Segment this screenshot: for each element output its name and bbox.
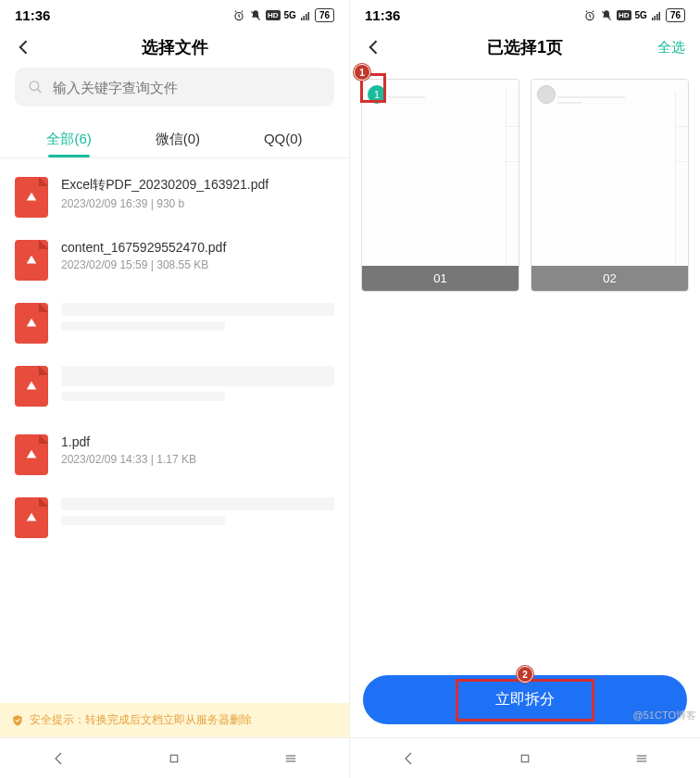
- file-meta: 2023/02/09 16:39 | 930 b: [61, 197, 334, 210]
- page-thumb-01[interactable]: 1 01: [361, 79, 519, 292]
- tabs: 全部(6) 微信(0) QQ(0): [0, 116, 349, 158]
- svg-rect-13: [654, 16, 656, 20]
- pdf-icon: [15, 240, 48, 281]
- header: 选择文件: [0, 27, 349, 68]
- watermark: @51CTO博客: [633, 709, 696, 722]
- svg-rect-1: [301, 18, 303, 20]
- page-title: 已选择1页: [487, 36, 563, 58]
- page-label: 02: [531, 266, 688, 291]
- svg-point-5: [30, 82, 39, 91]
- pdf-icon: [15, 366, 48, 407]
- action-wrap: 2 立即拆分: [350, 662, 700, 737]
- page-preview: [362, 80, 519, 266]
- page-label: 01: [362, 266, 519, 291]
- list-item[interactable]: Excel转PDF_20230209_163921.pdf 2023/02/09…: [0, 166, 349, 229]
- file-meta: 2023/02/09 14:33 | 1.17 KB: [61, 453, 334, 466]
- pdf-icon: [15, 303, 48, 344]
- svg-rect-4: [307, 12, 309, 20]
- header: 已选择1页 全选: [350, 27, 700, 68]
- pdf-icon: [15, 177, 48, 218]
- search-input[interactable]: [53, 80, 322, 95]
- list-item[interactable]: [0, 292, 349, 355]
- select-all-button[interactable]: 全选: [657, 39, 685, 56]
- hd-icon: HD: [617, 10, 631, 20]
- page-check-badge: 1: [368, 85, 386, 104]
- mute-icon: [249, 9, 262, 22]
- file-meta-redacted: [61, 516, 225, 525]
- annotation-callout-2: 2: [517, 666, 533, 683]
- signal-icon: [300, 9, 311, 22]
- nav-back-icon[interactable]: [400, 750, 417, 767]
- svg-rect-15: [658, 12, 660, 20]
- search-box[interactable]: [15, 68, 334, 107]
- list-item[interactable]: 1.pdf 2023/02/09 14:33 | 1.17 KB: [0, 423, 349, 486]
- file-meta: 2023/02/09 15:59 | 308.55 KB: [61, 258, 334, 271]
- page-check-empty: [537, 85, 556, 104]
- search-wrap: [0, 68, 349, 116]
- safety-tip: 安全提示：转换完成后文档立即从服务器删除: [0, 703, 349, 737]
- file-name-redacted: [61, 303, 334, 316]
- pages-grid: 1 01 02: [350, 68, 700, 303]
- nav-bar: [350, 737, 700, 778]
- safety-text: 安全提示：转换完成后文档立即从服务器删除: [30, 712, 252, 728]
- page-preview: [531, 80, 688, 266]
- file-meta-redacted: [61, 392, 225, 401]
- svg-rect-12: [652, 18, 654, 20]
- svg-rect-14: [656, 14, 658, 20]
- battery-icon: 76: [666, 8, 685, 22]
- pdf-icon: [15, 434, 48, 475]
- file-name: content_1675929552470.pdf: [61, 240, 334, 255]
- mute-icon: [600, 9, 613, 22]
- nav-bar: [0, 737, 349, 778]
- page-thumb-02[interactable]: 02: [531, 79, 689, 292]
- tab-wechat[interactable]: 微信(0): [152, 123, 204, 157]
- file-name: 1.pdf: [61, 434, 334, 449]
- status-time: 11:36: [15, 7, 50, 23]
- list-item[interactable]: [0, 355, 349, 423]
- svg-rect-7: [171, 755, 179, 762]
- back-icon[interactable]: [15, 38, 33, 56]
- svg-rect-3: [306, 14, 307, 20]
- status-time: 11:36: [365, 7, 400, 23]
- nav-home-icon[interactable]: [517, 750, 533, 767]
- file-meta-redacted: [61, 321, 225, 331]
- annotation-callout-1: 1: [354, 64, 370, 81]
- search-icon: [28, 79, 44, 95]
- phone-left-file-select: 11:36 HD 5G 76 选择文件 全部(6) 微信(0) QQ(0): [0, 0, 350, 778]
- file-name: Excel转PDF_20230209_163921.pdf: [61, 177, 334, 194]
- alarm-icon: [232, 9, 245, 22]
- network-badge: 5G: [284, 10, 296, 20]
- shield-check-icon: [11, 714, 24, 727]
- signal-icon: [651, 9, 662, 22]
- status-bar: 11:36 HD 5G 76: [350, 0, 700, 27]
- list-item[interactable]: [0, 486, 349, 549]
- nav-back-icon[interactable]: [50, 750, 67, 767]
- network-badge: 5G: [635, 10, 647, 20]
- tab-qq[interactable]: QQ(0): [260, 123, 306, 157]
- nav-recent-icon[interactable]: [633, 750, 650, 767]
- file-name-redacted: [61, 497, 334, 510]
- status-icons: HD 5G 76: [232, 8, 334, 22]
- back-icon[interactable]: [365, 38, 383, 56]
- status-bar: 11:36 HD 5G 76: [0, 0, 349, 27]
- nav-recent-icon[interactable]: [282, 750, 299, 767]
- page-title: 选择文件: [142, 36, 208, 58]
- svg-rect-16: [521, 755, 529, 762]
- tab-all[interactable]: 全部(6): [43, 123, 94, 157]
- battery-icon: 76: [315, 8, 334, 22]
- hd-icon: HD: [266, 10, 281, 20]
- pdf-icon: [15, 497, 48, 538]
- alarm-icon: [583, 9, 596, 22]
- svg-rect-2: [303, 16, 305, 20]
- file-name-redacted: [61, 366, 334, 386]
- svg-line-6: [37, 89, 41, 93]
- list-item[interactable]: content_1675929552470.pdf 2023/02/09 15:…: [0, 229, 349, 292]
- status-icons: HD 5G 76: [583, 8, 685, 22]
- phone-right-page-select: 11:36 HD 5G 76 已选择1页 全选 1 1: [350, 0, 700, 778]
- nav-home-icon[interactable]: [166, 750, 182, 767]
- file-list: Excel转PDF_20230209_163921.pdf 2023/02/09…: [0, 158, 349, 703]
